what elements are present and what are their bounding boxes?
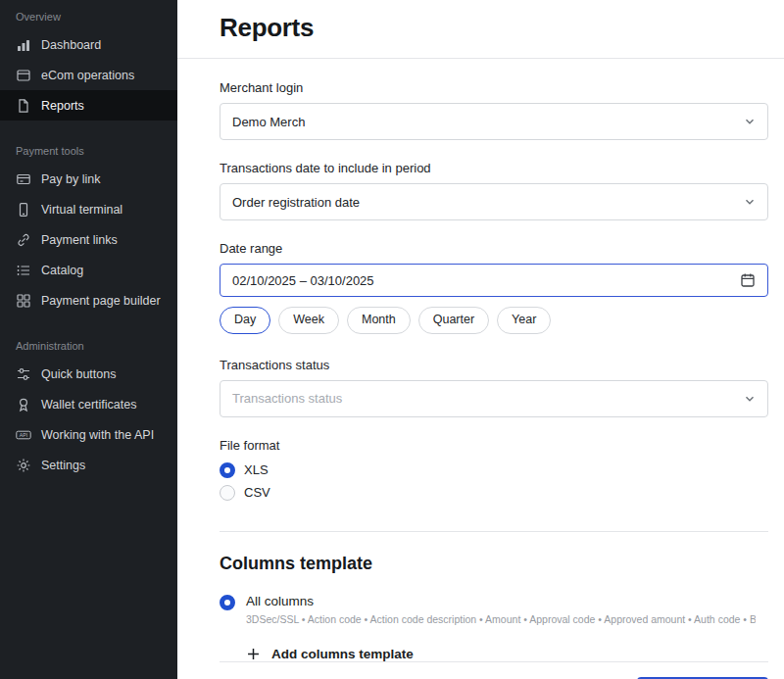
file-format-option-xls[interactable]: XLS [220,462,768,478]
sidebar-item-label: Dashboard [41,38,101,52]
file-format-field: File format XLS CSV [220,438,768,508]
main-content: Reports Merchant login Demo Merch Transa… [177,0,784,679]
transactions-status-select[interactable]: Transactions status [220,380,768,417]
sidebar-item-quick-buttons[interactable]: Quick buttons [0,359,177,389]
calendar-icon[interactable] [740,272,756,288]
sidebar-item-label: Payment page builder [41,294,161,308]
sidebar-item-label: Pay by link [41,172,100,186]
payment-links-icon [16,232,31,248]
sidebar-section-title: Administration [0,331,177,359]
columns-template-option-label: All columns [246,594,756,608]
sidebar-item-settings[interactable]: Settings [0,450,177,480]
transactions-date-select[interactable]: Order registration date [220,183,768,220]
sidebar-item-ecom-operations[interactable]: eCom operations [0,60,177,90]
reports-icon [16,98,31,114]
chevron-down-icon [744,196,756,208]
sidebar-item-payment-links[interactable]: Payment links [0,224,177,255]
transactions-status-placeholder: Transactions status [232,391,342,406]
transactions-status-label: Transactions status [220,358,768,372]
sidebar-section-administration: Administration Quick buttons Wallet cert… [0,331,177,480]
sidebar-item-catalog[interactable]: Catalog [0,255,177,285]
add-columns-template-label: Add columns template [271,647,414,661]
settings-icon [16,458,31,473]
period-pill-week[interactable]: Week [278,307,339,334]
page-header: Reports [177,0,784,59]
file-format-option-label: XLS [244,462,269,477]
period-pill-year[interactable]: Year [497,307,551,334]
sidebar-section-title: Payment tools [0,136,177,164]
transactions-status-field: Transactions status Transactions status [220,358,768,417]
chevron-down-icon [744,116,756,127]
sidebar: Overview Dashboard eCom operations Repor… [0,0,177,679]
app-root: Overview Dashboard eCom operations Repor… [0,0,784,679]
catalog-icon [16,263,31,278]
sidebar-item-label: Virtual terminal [41,203,122,217]
section-divider [220,531,768,532]
date-range-input[interactable]: 02/10/2025 – 03/10/2025 [220,264,768,297]
virtual-terminal-icon [16,202,31,218]
sidebar-item-reports[interactable]: Reports [0,90,177,121]
period-pill-month[interactable]: Month [347,307,411,334]
period-pill-quarter[interactable]: Quarter [418,307,489,334]
add-columns-template-button[interactable]: Add columns template [246,647,768,661]
sidebar-item-label: eCom operations [41,69,134,82]
columns-template-texts: All columns 3DSec/SSL • Action code • Ac… [246,594,756,625]
sidebar-section-title: Overview [0,2,177,29]
report-form: Merchant login Demo Merch Transactions d… [177,59,784,679]
date-range-value: 02/10/2025 – 03/10/2025 [232,273,374,288]
columns-template-heading: Columns template [220,554,768,574]
sidebar-item-label: Settings [41,459,85,472]
transactions-date-label: Transactions date to include in period [220,161,768,175]
sidebar-item-label: Reports [41,99,84,113]
form-footer: Generate report [220,661,768,679]
radio-checked-icon [220,462,235,478]
file-format-option-csv[interactable]: CSV [220,485,768,501]
file-format-label: File format [220,438,768,453]
sidebar-item-label: Catalog [41,264,83,277]
quick-buttons-icon [16,366,31,382]
date-range-label: Date range [220,241,768,256]
sidebar-item-label: Working with the API [41,428,154,442]
plus-icon [246,647,261,661]
chevron-down-icon [744,393,756,405]
sidebar-item-label: Wallet certificates [41,398,136,412]
transactions-date-value: Order registration date [232,195,360,210]
file-format-option-label: CSV [244,485,270,500]
ecom-operations-icon [16,68,31,83]
radio-checked-icon [220,595,235,610]
sidebar-section-overview: Overview Dashboard eCom operations Repor… [0,2,177,121]
sidebar-section-payment-tools: Payment tools Pay by link Virtual termin… [0,136,177,315]
sidebar-item-wallet-certificates[interactable]: Wallet certificates [0,389,177,419]
date-range-field: Date range 02/10/2025 – 03/10/2025 Day W… [220,241,768,334]
api-icon-text: API [20,432,27,438]
sidebar-item-working-with-the-api[interactable]: API Working with the API [0,419,177,450]
merchant-login-select[interactable]: Demo Merch [220,103,768,140]
api-icon: API [16,427,31,443]
merchant-login-value: Demo Merch [232,115,305,129]
sidebar-item-pay-by-link[interactable]: Pay by link [0,164,177,194]
period-pills: Day Week Month Quarter Year [220,307,768,334]
merchant-login-label: Merchant login [220,80,768,95]
dashboard-icon [16,37,31,53]
wallet-certificates-icon [16,397,31,412]
page-title: Reports [220,13,742,43]
sidebar-item-label: Quick buttons [41,367,116,381]
sidebar-item-payment-page-builder[interactable]: Payment page builder [0,285,177,315]
sidebar-item-dashboard[interactable]: Dashboard [0,29,177,60]
sidebar-item-virtual-terminal[interactable]: Virtual terminal [0,194,177,224]
merchant-login-field: Merchant login Demo Merch [220,80,768,140]
radio-unchecked-icon [220,485,235,501]
columns-template-option-all[interactable]: All columns 3DSec/SSL • Action code • Ac… [220,594,768,625]
payment-page-builder-icon [16,293,31,309]
pay-by-link-icon [16,171,31,187]
sidebar-item-label: Payment links [41,233,118,247]
period-pill-day[interactable]: Day [220,307,270,334]
columns-template-option-description: 3DSec/SSL • Action code • Action code de… [246,613,756,625]
transactions-date-field: Transactions date to include in period O… [220,161,768,220]
